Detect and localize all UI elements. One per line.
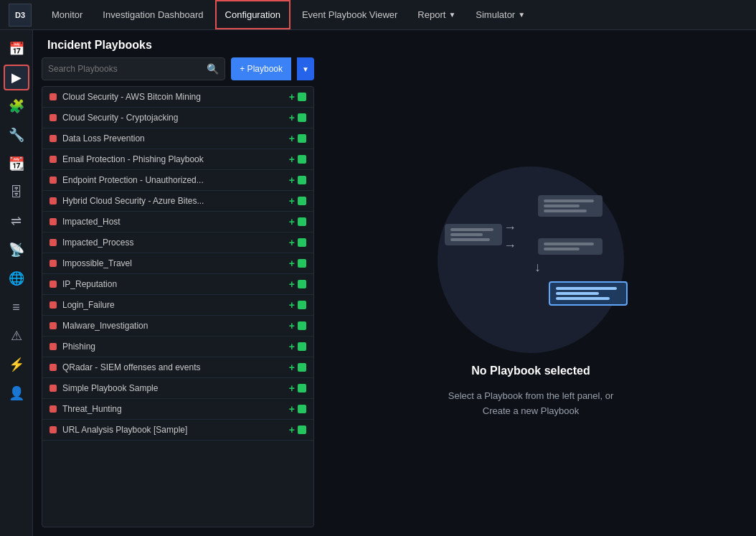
- playbook-actions: +: [289, 258, 306, 269]
- playbook-actions: +: [289, 362, 306, 373]
- list-item[interactable]: Malware_Investigation +: [42, 316, 313, 337]
- search-icon: 🔍: [207, 63, 219, 75]
- sidebar-icon-bolt[interactable]: ⚡: [4, 352, 29, 377]
- status-indicator: [298, 342, 306, 351]
- list-item[interactable]: Endpoint Protection - Unauthorized... +: [42, 170, 313, 191]
- sidebar-icon-layers[interactable]: ≡: [4, 294, 29, 320]
- list-item[interactable]: URL Analysis Playbook [Sample] +: [42, 420, 313, 441]
- sidebar-icon-share[interactable]: ⇌: [4, 208, 29, 234]
- add-icon[interactable]: +: [289, 112, 295, 123]
- page-header: Incident Playbooks: [33, 30, 756, 57]
- search-input[interactable]: [48, 64, 207, 74]
- playbook-actions: +: [289, 237, 306, 248]
- add-icon[interactable]: +: [289, 403, 295, 415]
- add-icon[interactable]: +: [289, 133, 295, 144]
- add-icon[interactable]: +: [289, 320, 295, 332]
- add-icon[interactable]: +: [289, 91, 295, 103]
- playbook-name: QRadar - SIEM offenses and events: [62, 362, 283, 372]
- list-item[interactable]: QRadar - SIEM offenses and events +: [42, 357, 313, 378]
- sidebar-icon-playbook[interactable]: ▶: [4, 65, 29, 90]
- sidebar-icon-database[interactable]: 🗄: [4, 179, 29, 205]
- list-item[interactable]: IP_Reputation +: [42, 274, 313, 295]
- sidebar-icon-tools[interactable]: 🔧: [4, 122, 29, 148]
- status-indicator: [298, 155, 306, 164]
- add-playbook-dropdown-button[interactable]: ▼: [297, 57, 314, 80]
- nav-report[interactable]: Report ▼: [409, 0, 464, 29]
- severity-indicator: [49, 364, 57, 371]
- list-item[interactable]: Simple Playbook Sample +: [42, 378, 313, 399]
- sidebar-icon-calendar[interactable]: 📅: [4, 36, 29, 62]
- playbook-name: Cloud Security - AWS Bitcoin Mining: [62, 92, 283, 102]
- severity-indicator: [49, 281, 57, 288]
- sidebar-icons: 📅 ▶ 🧩 🔧 📆 🗄 ⇌ 📡 🌐 ≡ ⚠ ⚡ 👤: [0, 30, 33, 536]
- add-icon[interactable]: +: [289, 424, 295, 436]
- list-item[interactable]: Phishing +: [42, 337, 313, 357]
- nav-monitor[interactable]: Monitor: [43, 0, 91, 29]
- add-icon[interactable]: +: [289, 362, 295, 373]
- nav-items: Monitor Investigation Dashboard Configur…: [43, 0, 534, 29]
- sidebar-icon-alert[interactable]: ⚠: [4, 323, 29, 349]
- status-indicator: [298, 93, 306, 101]
- sidebar-icon-user[interactable]: 👤: [4, 380, 29, 406]
- status-indicator: [298, 113, 306, 122]
- playbook-name: Impacted_Process: [62, 238, 283, 248]
- sidebar-icon-calendar2[interactable]: 📆: [4, 151, 29, 177]
- add-icon[interactable]: +: [289, 258, 295, 269]
- add-icon[interactable]: +: [289, 278, 295, 290]
- sidebar-icon-puzzle[interactable]: 🧩: [4, 93, 29, 119]
- add-icon[interactable]: +: [289, 237, 295, 248]
- list-item[interactable]: Impacted_Process +: [42, 232, 313, 253]
- playbook-name: Phishing: [62, 342, 283, 352]
- list-item[interactable]: Impossible_Travel +: [42, 253, 313, 274]
- playbook-name: Endpoint Protection - Unauthorized...: [62, 175, 283, 185]
- playbook-name: URL Analysis Playbook [Sample]: [62, 425, 283, 435]
- status-indicator: [298, 259, 306, 268]
- add-icon[interactable]: +: [289, 299, 295, 311]
- add-icon[interactable]: +: [289, 341, 295, 352]
- nav-configuration[interactable]: Configuration: [215, 0, 290, 29]
- list-item[interactable]: Impacted_Host +: [42, 212, 313, 232]
- list-item[interactable]: Hybrid Cloud Security - Azure Bites... +: [42, 191, 313, 212]
- status-indicator: [298, 363, 306, 372]
- add-icon[interactable]: +: [289, 382, 295, 394]
- playbook-name: IP_Reputation: [62, 279, 283, 289]
- list-item[interactable]: Threat_Hunting +: [42, 399, 313, 420]
- playbook-actions: +: [289, 278, 306, 290]
- list-item[interactable]: Login_Failure +: [42, 295, 313, 316]
- list-item[interactable]: Cloud Security - Cryptojacking +: [42, 108, 313, 128]
- add-icon[interactable]: +: [289, 216, 295, 227]
- playbook-name: Threat_Hunting: [62, 404, 283, 414]
- playbook-name: Impacted_Host: [62, 217, 283, 227]
- page-title: Incident Playbooks: [47, 39, 742, 52]
- nav-event-playbook-viewer[interactable]: Event Playbook Viewer: [293, 0, 406, 29]
- nav-simulator[interactable]: Simulator ▼: [467, 0, 534, 29]
- list-item[interactable]: Email Protection - Phishing Playbook +: [42, 149, 313, 170]
- severity-indicator: [49, 405, 57, 413]
- playbook-actions: +: [289, 112, 306, 123]
- flow-diagram: → → ↓: [423, 166, 638, 353]
- topnav: D3 Monitor Investigation Dashboard Confi…: [0, 0, 756, 30]
- list-item[interactable]: Data Loss Prevention +: [42, 128, 313, 149]
- toolbar: 🔍 + Playbook ▼: [42, 57, 314, 80]
- status-indicator: [298, 238, 306, 247]
- sidebar-icon-antenna[interactable]: 📡: [4, 237, 29, 263]
- flow-arrow-1: →: [504, 220, 516, 235]
- nav-investigation-dashboard[interactable]: Investigation Dashboard: [94, 0, 212, 29]
- content-area: Incident Playbooks 🔍 + Playbook ▼ Cloud: [33, 30, 756, 536]
- severity-indicator: [49, 301, 57, 309]
- severity-indicator: [49, 197, 57, 204]
- app-logo[interactable]: D3: [9, 4, 32, 27]
- playbook-actions: +: [289, 320, 306, 332]
- playbook-actions: +: [289, 382, 306, 394]
- playbook-name: Hybrid Cloud Security - Azure Bites...: [62, 196, 283, 206]
- list-item[interactable]: Cloud Security - AWS Bitcoin Mining +: [42, 87, 313, 108]
- add-playbook-button[interactable]: + Playbook: [231, 57, 291, 80]
- playbook-name: Data Loss Prevention: [62, 133, 283, 144]
- sidebar-icon-globe[interactable]: 🌐: [4, 265, 29, 291]
- severity-indicator: [49, 385, 57, 392]
- add-icon[interactable]: +: [289, 174, 295, 186]
- add-icon[interactable]: +: [289, 154, 295, 165]
- playbook-actions: +: [289, 216, 306, 227]
- severity-indicator: [49, 260, 57, 267]
- add-icon[interactable]: +: [289, 195, 295, 207]
